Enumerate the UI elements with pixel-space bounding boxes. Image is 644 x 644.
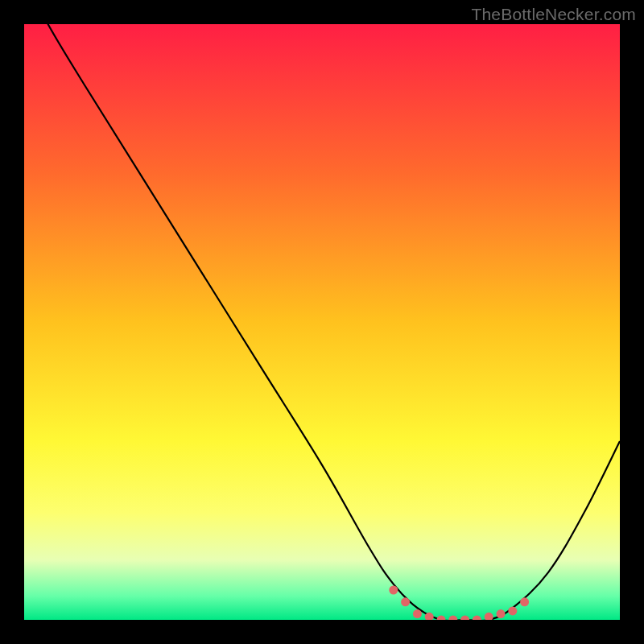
marker-dot bbox=[401, 597, 410, 606]
gradient-background bbox=[24, 24, 620, 620]
marker-dot bbox=[497, 609, 506, 618]
watermark-text: TheBottleNecker.com bbox=[471, 5, 636, 24]
marker-dot bbox=[413, 609, 422, 618]
marker-dot bbox=[389, 586, 398, 595]
marker-dot bbox=[508, 606, 517, 615]
bottleneck-chart bbox=[24, 24, 620, 620]
marker-dot bbox=[520, 597, 529, 606]
